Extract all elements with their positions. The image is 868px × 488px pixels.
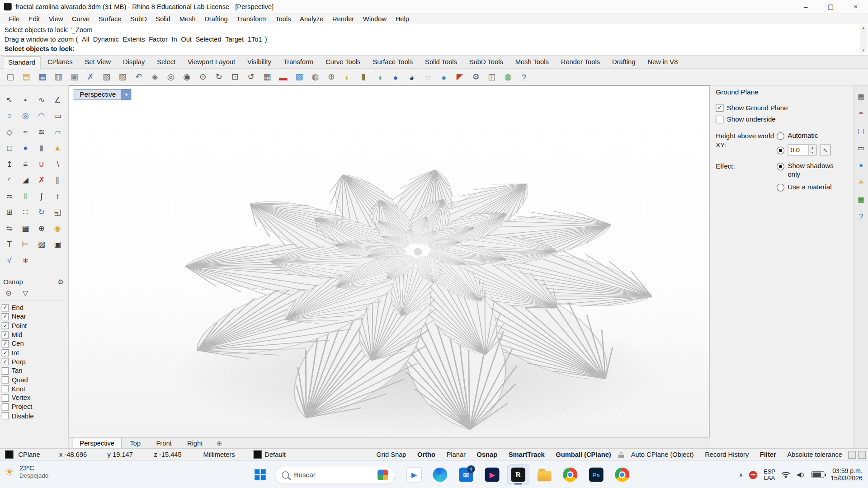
menu-item[interactable]: Render [328,14,359,23]
cplane-color-swatch[interactable] [5,450,13,459]
loft-tool[interactable]: ≡ [18,157,33,171]
auto-cplane-toggle[interactable]: Auto CPlane (Object) [626,450,699,458]
mirror-tool[interactable]: ⇋ [2,221,17,235]
project-osnap-checkbox[interactable]: Project [2,403,68,412]
spinner-down-icon[interactable]: ▾ [809,150,816,155]
offset-tool[interactable]: ≍ [2,189,17,203]
toolbar-tab[interactable]: New in V8 [642,56,683,68]
language-switcher[interactable]: ESP LAA [764,469,775,481]
surface-tool[interactable]: ▱ [50,125,65,139]
material-sphere-icon[interactable]: ● [437,70,451,84]
named-views-icon[interactable]: ▬ [276,70,290,84]
use-material-radio[interactable]: Use a material [777,183,848,191]
file-explorer[interactable] [533,464,555,485]
orient-tool[interactable]: ⊕ [34,221,49,235]
scale-tool[interactable]: ◱ [50,205,65,219]
dimension-icon[interactable]: ◫ [485,70,499,84]
helix-tool[interactable]: ≋ [34,125,49,139]
move-tool[interactable]: ⊞ [2,205,17,219]
menu-item[interactable]: View [44,14,67,23]
menu-item[interactable]: Window [359,14,391,23]
toolbar-tab[interactable]: Drafting [607,56,641,68]
command-option[interactable]: Dynamic [93,35,119,43]
quad-osnap-checkbox[interactable]: Quad [2,375,68,385]
panel-sun-icon[interactable]: ☀ [858,178,864,186]
select-tool[interactable]: ↖ [2,92,17,107]
command-prompt[interactable]: Select objects to lock: [5,44,863,54]
text-tool[interactable]: T [2,237,17,251]
layers-table-icon[interactable]: ▦ [260,70,274,84]
show-ground-plane-checkbox[interactable]: Show Ground Plane [716,102,848,113]
options-gear-icon[interactable]: ⚙ [469,70,483,84]
pipe-tool[interactable]: ‖ [18,189,33,203]
panel-properties-icon[interactable]: ▤ [858,92,864,100]
command-option[interactable]: Out [181,35,192,43]
menu-item[interactable]: Tools [271,14,295,23]
command-option[interactable]: All [82,35,89,43]
search-highlights-icon[interactable] [377,469,388,480]
spinner-up-icon[interactable]: ▴ [809,145,816,150]
manual-height-radio[interactable] [777,146,784,154]
scroll-down-icon[interactable]: ▾ [862,48,864,53]
panel-help-icon[interactable]: ? [859,212,863,221]
command-option[interactable]: Extents [123,35,145,43]
viewport-tab-right[interactable]: Right [180,437,210,448]
boolean-union-tool[interactable]: ∪ [34,157,49,171]
rotate-view-icon[interactable]: ↻ [212,70,226,84]
toolbar-tab[interactable]: Viewport Layout [182,56,241,68]
render-environment-icon[interactable]: ◍ [501,70,515,84]
pan-icon[interactable]: ◈ [148,70,162,84]
render-preview-icon[interactable]: ◑ [373,70,387,84]
rhino-app[interactable]: R [507,464,529,485]
zoom-extents-icon[interactable]: ⊡ [228,70,242,84]
command-scrollbar[interactable]: ▴ ▾ [860,25,867,53]
automatic-height-radio[interactable]: Automatic [777,131,848,140]
planar-toggle[interactable]: Planar [441,450,471,458]
volume-icon[interactable] [797,471,806,479]
copy-tool[interactable]: ∷ [18,205,33,219]
sphere-tool[interactable]: ● [18,141,33,155]
curve-tool[interactable]: ∿ [34,92,49,107]
panel-materials-icon[interactable]: ● [859,161,863,169]
menu-item[interactable]: Curve [67,14,94,23]
taskbar-search[interactable]: Buscar [274,465,395,483]
extrude-tool[interactable]: ↥ [2,157,17,171]
toolbar-tab[interactable]: Transform [278,56,319,68]
command-option[interactable]: Target [225,35,244,43]
toolbar-tab[interactable]: SubD Tools [464,56,509,68]
panel-ground-icon[interactable]: ▦ [858,195,864,203]
boolean-difference-tool[interactable]: ∖ [50,157,65,171]
show-underside-checkbox[interactable]: Show underside [716,113,848,125]
viewport-tab-move-icon[interactable]: ⊕ [217,439,222,447]
command-option[interactable]: In [171,35,177,43]
units-pane[interactable]: Millimeters [203,450,250,458]
panel-monitor-icon[interactable]: ▭ [858,144,864,152]
cut-icon[interactable]: ✗ [84,70,98,84]
photoshop-app[interactable]: Ps [585,464,607,485]
height-input[interactable]: 0.0 ▴ ▾ [788,145,816,155]
gumball-toggle[interactable]: Gumball (CPlane) [550,450,617,458]
smarttrack-toggle[interactable]: SmartTrack [503,450,550,458]
cylinder-tool[interactable]: ▮ [34,141,49,155]
toolbar-tab[interactable]: Surface Tools [367,56,418,68]
blend-tool[interactable]: ∫ [34,189,49,203]
battery-icon[interactable] [812,471,825,478]
maximize-button[interactable]: ▢ [818,0,843,13]
edge-browser[interactable] [429,464,451,485]
record-history-toggle[interactable]: Record History [699,450,755,458]
render-blue-icon[interactable]: ● [389,70,403,84]
statusbar-extra-button[interactable] [848,450,856,458]
rotate-tool[interactable]: ↻ [34,205,49,219]
toolbar-tab[interactable]: Mesh Tools [509,56,554,68]
zoom-selected-icon[interactable]: ⊙ [196,70,210,84]
scroll-up-icon[interactable]: ▴ [862,25,864,30]
menu-item[interactable]: File [5,14,24,23]
statusbar-extra-button-2[interactable] [858,450,866,458]
menu-item[interactable]: SubD [126,14,151,23]
close-button[interactable]: × [843,0,868,13]
toolbar-tab[interactable]: Curve Tools [320,56,366,68]
cplane-pane[interactable]: CPlane [16,450,60,458]
menu-item[interactable]: Transform [232,14,271,23]
gumball-tool[interactable]: ◉ [50,221,65,235]
menu-item[interactable]: Drafting [200,14,232,23]
